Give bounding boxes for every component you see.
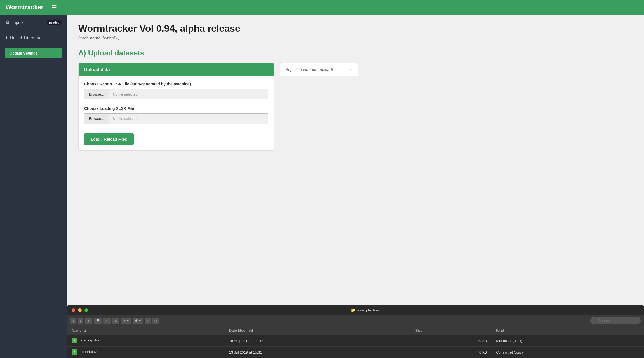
csv-file-input-row: Browse... No file selected bbox=[84, 89, 268, 99]
file-browser: 📁 example_files ‹ › ⊞ ☰ ⊟ ⊠ ⊞ ▾ ⚙ ▾ ↑ □ bbox=[67, 305, 644, 358]
sidebar-item-inputs[interactable]: ⚙ Inputs needed bbox=[0, 15, 67, 30]
fb-icon-view-button[interactable]: ⊞ bbox=[85, 318, 92, 324]
content-area: Wormtracker Vol 0.94, alpha release (cod… bbox=[67, 15, 644, 358]
fb-col-size[interactable]: Size bbox=[411, 326, 492, 335]
section-upload-title: A) Upload datasets bbox=[78, 49, 633, 57]
upload-card: Upload data Choose Report CSV File (auto… bbox=[78, 63, 274, 151]
fb-cell-date: 18 Aug 2019 at 22:14 bbox=[225, 335, 411, 347]
fb-search-wrapper bbox=[590, 317, 641, 324]
app-logo: Wormtracker bbox=[6, 4, 43, 11]
xlsx-file-input-row: Browse... No file selected bbox=[84, 113, 268, 124]
fb-toolbar: ‹ › ⊞ ☰ ⊟ ⊠ ⊞ ▾ ⚙ ▾ ↑ □ bbox=[67, 315, 644, 326]
info-icon: ℹ bbox=[6, 35, 7, 40]
fb-forward-button[interactable]: › bbox=[78, 318, 83, 324]
fb-close-dot[interactable] bbox=[72, 308, 75, 312]
fb-table-body: X loading.xlsx 18 Aug 2019 at 22:14 10 K… bbox=[67, 335, 644, 358]
page-subtitle: (code name 'butterfly') bbox=[78, 36, 633, 40]
xlsx-file-label: Choose Loading XLSX File bbox=[84, 106, 268, 111]
fb-cell-kind: Micros...k (.xlsx) bbox=[492, 335, 644, 347]
fb-col-kind[interactable]: Kind bbox=[492, 326, 644, 335]
sidebar-item-help[interactable]: ℹ Help & Literature bbox=[0, 30, 67, 45]
update-settings-button[interactable]: Update Settings bbox=[5, 48, 62, 58]
sidebar-item-inputs-label: Inputs bbox=[12, 20, 24, 25]
fb-minimize-dot[interactable] bbox=[78, 308, 82, 312]
fb-gallery-view-button[interactable]: ⊠ bbox=[112, 318, 119, 324]
upload-card-body: Choose Report CSV File (auto-generated b… bbox=[79, 76, 274, 150]
fb-folder-name: 📁 example_files bbox=[351, 308, 380, 312]
fb-titlebar: 📁 example_files bbox=[67, 305, 644, 315]
csv-file-section: Choose Report CSV File (auto-generated b… bbox=[84, 82, 268, 99]
fb-action-button[interactable]: ⚙ ▾ bbox=[133, 318, 143, 324]
file-icon: X bbox=[72, 349, 77, 355]
main-layout: ⚙ Inputs needed ℹ Help & Literature Upda… bbox=[0, 15, 644, 358]
fb-cell-size: 10 KB bbox=[411, 335, 492, 347]
fb-cell-name: X loading.xlsx bbox=[67, 335, 225, 347]
load-reload-button[interactable]: Load / Reload Files bbox=[84, 133, 134, 145]
fb-table-head: Name ▲ Date Modified Size Kind bbox=[67, 326, 644, 335]
fb-cell-size: 70 KB bbox=[411, 347, 492, 358]
upload-card-header: Upload data bbox=[79, 63, 274, 76]
fb-list-view-button[interactable]: ☰ bbox=[94, 318, 102, 324]
file-icon: X bbox=[72, 338, 77, 343]
page-title: Wormtracker Vol 0.94, alpha release bbox=[78, 23, 633, 34]
fb-table: Name ▲ Date Modified Size Kind X loading… bbox=[67, 326, 644, 358]
fb-sort-button[interactable]: ⊞ ▾ bbox=[121, 318, 131, 324]
csv-file-name: No file selected bbox=[109, 89, 268, 99]
sidebar-item-help-label: Help & Literature bbox=[10, 35, 42, 40]
fb-col-name[interactable]: Name ▲ bbox=[67, 326, 225, 335]
csv-file-label: Choose Report CSV File (auto-generated b… bbox=[84, 82, 268, 86]
adjust-import-label: Adjust import (after upload) bbox=[286, 68, 333, 72]
fb-maximize-dot[interactable] bbox=[84, 308, 88, 312]
table-row[interactable]: X loading.xlsx 18 Aug 2019 at 22:14 10 K… bbox=[67, 335, 644, 347]
fb-cell-kind: Comm...et (.csv) bbox=[492, 347, 644, 358]
table-row[interactable]: X report.csv 13 Jul 2019 at 15:31 70 KB … bbox=[67, 347, 644, 358]
content-inner: Wormtracker Vol 0.94, alpha release (cod… bbox=[67, 15, 644, 305]
folder-icon: 📁 bbox=[351, 308, 356, 312]
fb-cell-date: 13 Jul 2019 at 15:31 bbox=[225, 347, 411, 358]
xlsx-file-section: Choose Loading XLSX File Browse... No fi… bbox=[84, 106, 268, 124]
inputs-badge: needed bbox=[47, 20, 62, 25]
fb-column-view-button[interactable]: ⊟ bbox=[103, 318, 111, 324]
topbar: Wormtracker ☰ bbox=[0, 0, 644, 15]
hamburger-icon[interactable]: ☰ bbox=[52, 4, 57, 11]
xlsx-file-name: No file selected bbox=[109, 114, 268, 124]
fb-search-input[interactable] bbox=[590, 317, 641, 324]
fb-share-button[interactable]: ↑ bbox=[145, 318, 151, 324]
sidebar: ⚙ Inputs needed ℹ Help & Literature Upda… bbox=[0, 15, 67, 358]
plus-icon: + bbox=[349, 67, 352, 73]
fb-cell-name: X report.csv bbox=[67, 347, 225, 358]
fb-preview-button[interactable]: □ bbox=[152, 318, 159, 324]
adjust-import-button[interactable]: Adjust import (after upload) + bbox=[280, 63, 358, 76]
upload-area: Upload data Choose Report CSV File (auto… bbox=[78, 63, 633, 151]
fb-col-date[interactable]: Date Modified bbox=[225, 326, 411, 335]
xlsx-browse-button[interactable]: Browse... bbox=[84, 114, 109, 124]
fb-back-button[interactable]: ‹ bbox=[70, 318, 76, 324]
csv-browse-button[interactable]: Browse... bbox=[84, 89, 109, 99]
gear-icon: ⚙ bbox=[6, 20, 10, 25]
fb-folder-name-text: example_files bbox=[357, 308, 380, 312]
